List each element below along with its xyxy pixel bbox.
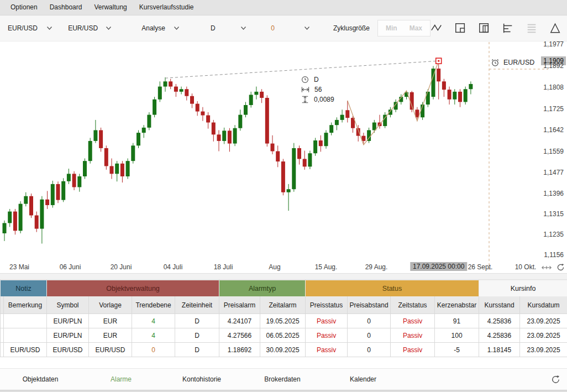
tab-kontohistorie[interactable]: Kontohistorie [161, 375, 242, 383]
chart-canvas[interactable] [0, 41, 567, 274]
candle [260, 89, 264, 103]
analysis-select[interactable]: Analyse [138, 20, 183, 36]
chevron-down-icon [304, 26, 310, 30]
timeframe-select[interactable]: D [207, 20, 250, 36]
group-header-notiz[interactable]: Notiz [1, 280, 47, 297]
column-header[interactable]: Zeitstatus [391, 297, 435, 314]
price-axis-label: 1,1315 [543, 210, 564, 218]
candle [142, 125, 146, 138]
candle [13, 209, 17, 234]
date-axis-label: 10 Okt. [515, 263, 537, 271]
candle [244, 102, 248, 117]
price-alarm-tag[interactable]: EUR/USD [491, 58, 534, 67]
level-bars-icon[interactable] [502, 22, 514, 34]
refresh-tabs-icon[interactable] [551, 375, 560, 384]
candle [19, 201, 23, 233]
window-bottom-edge [0, 390, 567, 392]
alarm-row[interactable]: EUR/PLNEUR4D4.2756606.05.2025Passiv0Pass… [1, 328, 567, 343]
cell-preisstatus: Passiv [306, 343, 348, 357]
triangle-icon[interactable] [549, 22, 561, 34]
candle [351, 115, 355, 133]
candle [77, 174, 81, 191]
cell-zeiteinheit: D [175, 314, 219, 328]
candle [254, 87, 258, 100]
menu-verwaltung[interactable]: Verwaltung [88, 0, 133, 15]
column-header-row: BemerkungSymbolVorlageTrendebeneZeiteinh… [1, 297, 567, 314]
cell-zeitstatus: Passiv [391, 328, 435, 343]
cell-vorlage: EUR/USD [89, 343, 132, 357]
price-axis-label: 1,1977 [543, 40, 564, 48]
selection-marker[interactable] [436, 58, 442, 64]
menu-optionen[interactable]: Optionen [4, 0, 44, 15]
tab-objektdaten[interactable]: Objektdaten [0, 375, 81, 383]
cell-zeitstatus: Passiv [391, 314, 435, 328]
column-header[interactable]: Preisabstand [348, 297, 391, 314]
cell-kursdatum: 23.09.2025 [520, 314, 567, 328]
tab-brokerdaten[interactable]: Brokerdaten [242, 375, 323, 383]
symbol-select[interactable]: EUR/USD [4, 20, 56, 36]
group-header-objektverwaltung[interactable]: Objektverwaltung [47, 280, 219, 297]
alarm-row[interactable]: EUR/USDEUR/USDEUR/USD0D1.1869230.09.2025… [1, 343, 567, 357]
candle [367, 128, 371, 143]
horizontal-resize-icon[interactable] [541, 264, 552, 271]
zigzag-drawing[interactable] [348, 61, 439, 145]
column-header[interactable]: Symbol [47, 297, 89, 314]
chevron-down-icon [240, 26, 246, 30]
price-axis-label: 1,1808 [543, 83, 564, 91]
column-header[interactable]: Preisalarm [219, 297, 260, 314]
alarm-row[interactable]: EUR/PLNEUR4D4.2410719.05.2025Passiv0Pass… [1, 314, 567, 328]
symbol-select-value: EUR/USD [8, 24, 38, 32]
candle [432, 66, 435, 99]
max-button[interactable]: Max [410, 24, 422, 32]
tab-kalender[interactable]: Kalender [323, 375, 403, 383]
column-header[interactable]: Kursdatum [520, 297, 567, 314]
compare-symbol-value: EUR/USD [68, 24, 98, 32]
menu-kursverlaufsstudie[interactable]: Kursverlaufsstudie [133, 0, 200, 15]
date-axis-label: 18 Juli [214, 263, 233, 271]
axis-tools [541, 263, 565, 271]
window-corner-icon[interactable] [454, 22, 466, 34]
alarm-clock-icon [491, 58, 500, 67]
column-header[interactable]: Zeitalarm [260, 297, 306, 314]
cell-kursstand: 1.18145 [479, 343, 520, 357]
column-header[interactable]: Kursstand [479, 297, 520, 314]
group-header-status[interactable]: Status [306, 280, 479, 297]
cell-preisabstand: 0 [348, 328, 391, 343]
candle [99, 128, 103, 152]
cell-bemerkung: EUR/USD [4, 343, 47, 357]
group-header-alarmtyp[interactable]: Alarmtyp [219, 280, 306, 297]
zigzag-icon[interactable] [431, 22, 443, 34]
splitter[interactable] [0, 274, 567, 280]
cascade-panels-icon[interactable] [478, 22, 490, 34]
column-header[interactable]: Kerzenabstar [435, 297, 479, 314]
menu-lines-icon[interactable] [526, 22, 538, 34]
column-header[interactable]: Zeiteinheit [175, 297, 219, 314]
candle [421, 102, 424, 119]
cell-zeiteinheit: D [175, 343, 219, 357]
candle [437, 61, 440, 100]
cycle-size-label: Zyklusgröße [333, 24, 370, 32]
tab-alarme[interactable]: Alarme [81, 375, 161, 383]
candle [169, 79, 172, 90]
candle [190, 93, 194, 108]
menu-dashboard[interactable]: Dashboard [44, 0, 88, 15]
candle [453, 89, 456, 104]
min-button[interactable]: Min [386, 24, 397, 32]
cell-preisabstand: 0 [348, 343, 391, 357]
column-header[interactable]: Trendebene [132, 297, 175, 314]
price-axis-label: 1,1477 [543, 169, 564, 176]
candle [67, 169, 71, 184]
column-header[interactable]: Bemerkung [4, 297, 47, 314]
refresh-icon[interactable] [556, 263, 565, 271]
price-axis-label: 1,1156 [544, 251, 564, 259]
candle [153, 97, 156, 117]
column-header[interactable]: Vorlage [89, 297, 132, 314]
date-axis-label: 04 Juli [164, 263, 183, 271]
level-select[interactable]: 0 [267, 20, 313, 36]
column-header[interactable]: Preisstatus [306, 297, 348, 314]
compare-symbol-select[interactable]: EUR/USD [65, 20, 115, 36]
group-header-kursinfo[interactable]: Kursinfo [479, 280, 567, 297]
candle [83, 159, 87, 179]
cell-trendebene: 0 [132, 343, 175, 357]
minmax-group: Min Max [377, 20, 431, 36]
